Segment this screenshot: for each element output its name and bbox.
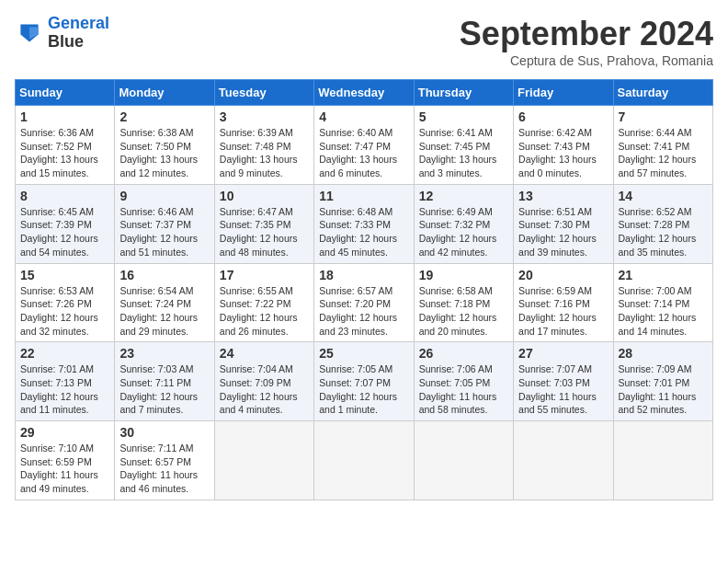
day-number: 13 [518,189,608,203]
calendar-cell: 21 Sunrise: 7:00 AM Sunset: 7:14 PM Dayl… [613,263,712,342]
day-number: 15 [20,268,109,282]
calendar-cell: 10 Sunrise: 6:47 AM Sunset: 7:35 PM Dayl… [214,184,313,263]
day-number: 11 [319,189,408,203]
calendar-header-saturday: Saturday [613,80,712,106]
day-number: 27 [518,346,608,361]
calendar-cell: 17 Sunrise: 6:55 AM Sunset: 7:22 PM Dayl… [214,263,313,342]
day-number: 19 [419,268,508,282]
calendar-cell: 24 Sunrise: 7:04 AM Sunset: 7:09 PM Dayl… [214,342,313,421]
day-info: Sunrise: 6:54 AM Sunset: 7:24 PM Dayligh… [119,284,209,339]
calendar-cell: 11 Sunrise: 6:48 AM Sunset: 7:33 PM Dayl… [314,184,414,263]
day-info: Sunrise: 6:55 AM Sunset: 7:22 PM Dayligh… [220,284,309,339]
calendar-cell: 30 Sunrise: 7:11 AM Sunset: 6:57 PM Dayl… [115,421,214,500]
calendar-cell: 2 Sunrise: 6:38 AM Sunset: 7:50 PM Dayli… [115,106,214,185]
day-info: Sunrise: 7:09 AM Sunset: 7:01 PM Dayligh… [619,362,708,417]
day-info: Sunrise: 7:06 AM Sunset: 7:05 PM Dayligh… [419,362,508,417]
day-info: Sunrise: 6:53 AM Sunset: 7:26 PM Dayligh… [20,284,109,339]
calendar-cell: 15 Sunrise: 6:53 AM Sunset: 7:26 PM Dayl… [16,263,115,342]
calendar-week-row: 8 Sunrise: 6:45 AM Sunset: 7:39 PM Dayli… [16,184,713,263]
title-block: September 2024 Ceptura de Sus, Prahova, … [460,15,713,68]
day-info: Sunrise: 6:57 AM Sunset: 7:20 PM Dayligh… [319,284,408,339]
day-number: 7 [619,109,708,124]
day-info: Sunrise: 7:10 AM Sunset: 6:59 PM Dayligh… [20,442,109,496]
calendar-cell: 28 Sunrise: 7:09 AM Sunset: 7:01 PM Dayl… [613,342,712,421]
day-number: 30 [119,425,209,440]
day-info: Sunrise: 6:36 AM Sunset: 7:52 PM Dayligh… [20,126,109,180]
calendar-cell [214,421,313,500]
calendar-cell: 29 Sunrise: 7:10 AM Sunset: 6:59 PM Dayl… [16,421,115,500]
day-info: Sunrise: 7:11 AM Sunset: 6:57 PM Dayligh… [119,442,209,496]
calendar-header-monday: Monday [115,80,214,106]
logo-text: General Blue [48,15,109,52]
day-info: Sunrise: 7:07 AM Sunset: 7:03 PM Dayligh… [518,362,608,417]
day-info: Sunrise: 6:39 AM Sunset: 7:48 PM Dayligh… [220,126,309,180]
calendar-cell: 1 Sunrise: 6:36 AM Sunset: 7:52 PM Dayli… [16,106,115,185]
calendar-cell: 25 Sunrise: 7:05 AM Sunset: 7:07 PM Dayl… [314,342,414,421]
day-number: 6 [518,109,608,124]
logo: General Blue [15,15,109,52]
location: Ceptura de Sus, Prahova, Romania [460,53,713,68]
calendar-cell: 14 Sunrise: 6:52 AM Sunset: 7:28 PM Dayl… [613,184,712,263]
calendar-cell: 16 Sunrise: 6:54 AM Sunset: 7:24 PM Dayl… [115,263,214,342]
day-info: Sunrise: 6:49 AM Sunset: 7:32 PM Dayligh… [419,205,508,259]
day-number: 24 [220,346,309,361]
calendar-header-tuesday: Tuesday [214,80,313,106]
day-number: 9 [119,189,209,203]
calendar-header-friday: Friday [514,80,613,106]
calendar-cell: 7 Sunrise: 6:44 AM Sunset: 7:41 PM Dayli… [613,106,712,185]
calendar-cell: 5 Sunrise: 6:41 AM Sunset: 7:45 PM Dayli… [414,106,513,185]
calendar-header-thursday: Thursday [414,80,513,106]
day-info: Sunrise: 6:46 AM Sunset: 7:37 PM Dayligh… [119,205,209,259]
day-number: 12 [419,189,508,203]
day-number: 14 [619,189,708,203]
calendar-cell: 4 Sunrise: 6:40 AM Sunset: 7:47 PM Dayli… [314,106,414,185]
calendar-header-sunday: Sunday [16,80,115,106]
day-number: 28 [619,346,708,361]
day-number: 18 [319,268,408,282]
day-number: 22 [20,346,109,361]
day-info: Sunrise: 6:45 AM Sunset: 7:39 PM Dayligh… [20,205,109,259]
calendar-cell: 26 Sunrise: 7:06 AM Sunset: 7:05 PM Dayl… [414,342,513,421]
calendar-cell [514,421,613,500]
day-info: Sunrise: 6:59 AM Sunset: 7:16 PM Dayligh… [518,284,608,339]
day-info: Sunrise: 6:40 AM Sunset: 7:47 PM Dayligh… [319,126,408,180]
calendar-week-row: 15 Sunrise: 6:53 AM Sunset: 7:26 PM Dayl… [16,263,713,342]
calendar-cell: 9 Sunrise: 6:46 AM Sunset: 7:37 PM Dayli… [115,184,214,263]
calendar-cell: 12 Sunrise: 6:49 AM Sunset: 7:32 PM Dayl… [414,184,513,263]
calendar-week-row: 29 Sunrise: 7:10 AM Sunset: 6:59 PM Dayl… [16,421,713,500]
day-info: Sunrise: 6:51 AM Sunset: 7:30 PM Dayligh… [518,205,608,259]
day-info: Sunrise: 7:01 AM Sunset: 7:13 PM Dayligh… [20,362,109,417]
day-number: 29 [20,425,109,440]
calendar-header-row: SundayMondayTuesdayWednesdayThursdayFrid… [16,80,713,106]
page-header: General Blue September 2024 Ceptura de S… [15,15,713,68]
calendar-cell: 22 Sunrise: 7:01 AM Sunset: 7:13 PM Dayl… [16,342,115,421]
calendar-cell: 20 Sunrise: 6:59 AM Sunset: 7:16 PM Dayl… [514,263,613,342]
calendar-cell: 19 Sunrise: 6:58 AM Sunset: 7:18 PM Dayl… [414,263,513,342]
calendar-cell [314,421,414,500]
calendar-cell: 27 Sunrise: 7:07 AM Sunset: 7:03 PM Dayl… [514,342,613,421]
day-number: 20 [518,268,608,282]
calendar-cell [613,421,712,500]
day-info: Sunrise: 6:42 AM Sunset: 7:43 PM Dayligh… [518,126,608,180]
day-info: Sunrise: 7:03 AM Sunset: 7:11 PM Dayligh… [119,362,209,417]
day-number: 25 [319,346,408,361]
calendar-cell: 18 Sunrise: 6:57 AM Sunset: 7:20 PM Dayl… [314,263,414,342]
day-info: Sunrise: 7:05 AM Sunset: 7:07 PM Dayligh… [319,362,408,417]
day-info: Sunrise: 6:52 AM Sunset: 7:28 PM Dayligh… [619,205,708,259]
calendar-cell [414,421,513,500]
day-info: Sunrise: 7:04 AM Sunset: 7:09 PM Dayligh… [220,362,309,417]
calendar-cell: 13 Sunrise: 6:51 AM Sunset: 7:30 PM Dayl… [514,184,613,263]
calendar-cell: 3 Sunrise: 6:39 AM Sunset: 7:48 PM Dayli… [214,106,313,185]
day-number: 10 [220,189,309,203]
calendar-table: SundayMondayTuesdayWednesdayThursdayFrid… [15,79,713,500]
day-info: Sunrise: 7:00 AM Sunset: 7:14 PM Dayligh… [619,284,708,339]
day-info: Sunrise: 6:58 AM Sunset: 7:18 PM Dayligh… [419,284,508,339]
calendar-cell: 6 Sunrise: 6:42 AM Sunset: 7:43 PM Dayli… [514,106,613,185]
calendar-header-wednesday: Wednesday [314,80,414,106]
day-number: 1 [20,109,109,124]
day-number: 5 [419,109,508,124]
day-info: Sunrise: 6:41 AM Sunset: 7:45 PM Dayligh… [419,126,508,180]
day-info: Sunrise: 6:47 AM Sunset: 7:35 PM Dayligh… [220,205,309,259]
calendar-week-row: 1 Sunrise: 6:36 AM Sunset: 7:52 PM Dayli… [16,106,713,185]
day-number: 17 [220,268,309,282]
